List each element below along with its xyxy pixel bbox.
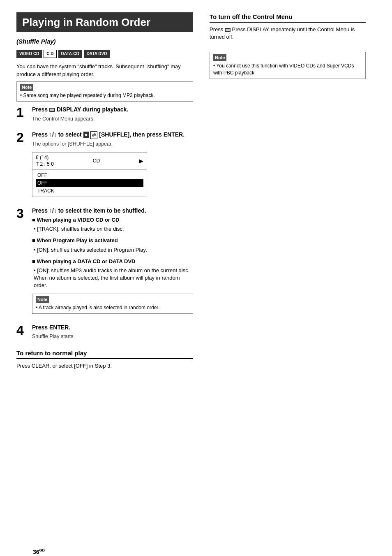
display-option-off2: OFF [36, 179, 143, 187]
sub-section-datacd: When playing a DATA CD or DATA DVD [ON]:… [32, 258, 193, 290]
sub-section-videocd: When playing a VIDEO CD or CD [TRACK]: s… [32, 216, 193, 233]
shuffle-icon: ■ [83, 132, 89, 138]
bullet-list-program: [ON]: shuffles tracks selected in Progra… [32, 246, 193, 254]
step-4-sub: Shuffle Play starts. [32, 333, 193, 341]
note-text-1: • Same song may be played repeatedly dur… [20, 92, 189, 99]
right-col-note: Note • You cannot use this function with… [210, 52, 366, 79]
step-4-title: Press ENTER. [32, 324, 193, 332]
right-col-note-label: Note [213, 54, 226, 61]
note-text-2: • A track already played is also selecte… [36, 304, 189, 311]
step-2-sub: The options for [SHUFFLE] appear. [32, 141, 193, 148]
right-col-heading: To turn off the Control Menu [210, 12, 366, 23]
subtitle: (Shuffle Play) [16, 37, 193, 46]
page-title: Playing in Random Order [16, 12, 193, 32]
return-heading: To return to normal play [16, 349, 193, 359]
return-text: Press CLEAR, or select [OFF] in Step 3. [16, 362, 193, 370]
display-track-number: 6 (14) [36, 154, 54, 161]
note-label-2: Note [36, 296, 49, 303]
display-icon [49, 108, 55, 112]
step-3-title: Press ↑/↓ to select the item to be shuff… [32, 207, 193, 215]
note-box-1: Note • Same song may be played repeatedl… [16, 81, 193, 102]
display-cd-label: CD [93, 158, 100, 164]
bullet-datacd-1: [ON]: shuffles MP3 audio tracks in the a… [34, 267, 193, 290]
display-option-track: TRACK [36, 187, 143, 195]
step-1: 1 Press DISPLAY during playback. The Con… [16, 106, 193, 125]
sub-heading-datacd: When playing a DATA CD or DATA DVD [32, 258, 193, 265]
bullet-videocd-1: [TRACK]: shuffles tracks on the disc. [34, 225, 193, 233]
sub-section-program: When Program Play is activated [ON]: shu… [32, 237, 193, 253]
display-header: 6 (14) T 2 : 5 0 CD ▶ [32, 153, 147, 170]
shuffle-display-box: 6 (14) T 2 : 5 0 CD ▶ OFF OFF TRACK [32, 152, 147, 197]
disc-badges: VIDEO CD C D DATA-CD DATA DVD [16, 50, 193, 58]
badge-videocd: VIDEO CD [16, 50, 42, 58]
shuffle-icon-inner: ⇄ [90, 131, 97, 139]
step-1-number: 1 [16, 106, 28, 119]
note-label-1: Note [20, 84, 33, 91]
bullet-list-videocd: [TRACK]: shuffles tracks on the disc. [32, 225, 193, 233]
intro-text: You can have the system "shuffle" tracks… [16, 63, 193, 78]
bullet-program-1: [ON]: shuffles tracks selected in Progra… [34, 246, 193, 254]
step-4-number: 4 [16, 324, 28, 337]
display-time: T 2 : 5 0 [36, 161, 54, 168]
badge-datadvd: DATA DVD [84, 50, 110, 58]
step-3-number: 3 [16, 207, 28, 220]
step-4: 4 Press ENTER. Shuffle Play starts. [16, 324, 193, 343]
right-col-text: Press Press DISPLAY repeatedly until the… [210, 26, 366, 41]
step-1-title: Press DISPLAY during playback. [32, 106, 193, 114]
step-2: 2 Press ↑/↓ to select ■ ⇄ [SHUFFLE], the… [16, 131, 193, 201]
note-box-2: Note • A track already played is also se… [32, 294, 193, 314]
step-1-sub: The Control Menu appears. [32, 116, 193, 123]
right-col-note-text: • You cannot use this function with VIDE… [213, 63, 362, 76]
display-option-off1: OFF [36, 171, 143, 179]
display-arrow: ▶ [139, 157, 143, 165]
return-section: To return to normal play Press CLEAR, or… [16, 349, 193, 370]
sub-heading-program: When Program Play is activated [32, 237, 193, 244]
badge-cd: C D [44, 50, 56, 58]
badge-datacd: DATA-CD [58, 50, 82, 58]
display-options: OFF OFF TRACK [32, 170, 147, 196]
bullet-list-datacd: [ON]: shuffles MP3 audio tracks in the a… [32, 267, 193, 290]
display-icon-right [225, 28, 231, 32]
display-track-info: 6 (14) T 2 : 5 0 [36, 154, 54, 168]
right-column: To turn off the Control Menu Press Press… [210, 12, 366, 373]
step-2-title: Press ↑/↓ to select ■ ⇄ [SHUFFLE], then … [32, 131, 193, 139]
step-2-number: 2 [16, 131, 28, 144]
sub-heading-videocd: When playing a VIDEO CD or CD [32, 216, 193, 224]
page-number: 36GB [33, 548, 45, 556]
step-3: 3 Press ↑/↓ to select the item to be shu… [16, 207, 193, 318]
